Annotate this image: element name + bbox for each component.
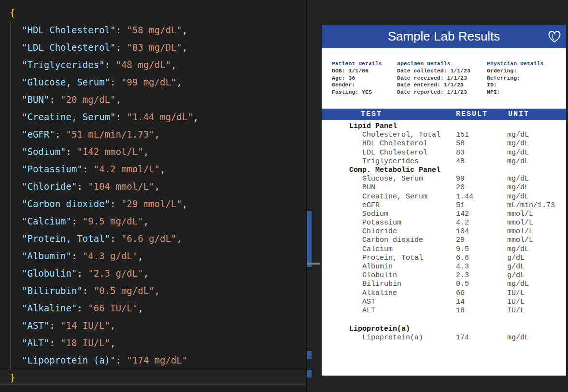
lab-report-page: Sample Lab Results Patient DetailsDOB: 1… bbox=[322, 25, 566, 376]
test-name: Potassium bbox=[362, 219, 401, 227]
details-line: NPI: bbox=[487, 89, 543, 96]
test-row: Potassium4.2mmol/L bbox=[322, 219, 566, 227]
details-section: Patient DetailsDOB: 1/1/86Age: 36Gender:… bbox=[322, 60, 566, 106]
key-token: "Carbon dioxide" bbox=[22, 198, 110, 209]
value-token: "51 mL/min/1.73" bbox=[66, 129, 155, 140]
punct-token: , bbox=[138, 303, 143, 313]
value-token: "83 mg/DL" bbox=[127, 42, 182, 53]
test-group-heading: Lipid Panel bbox=[322, 122, 566, 131]
test-unit: g/dL bbox=[507, 263, 525, 271]
value-token: "6.6 g/dL" bbox=[121, 233, 176, 244]
test-unit: IU/L bbox=[507, 298, 525, 307]
code-line[interactable]: "Lipoprotein (a)": "174 mg/dL" bbox=[10, 351, 307, 369]
test-result: 4.3 bbox=[456, 263, 469, 271]
test-name: AST bbox=[362, 298, 375, 307]
code-line[interactable]: "BUN": "20 mg/dL", bbox=[10, 91, 307, 108]
test-result: 83 bbox=[456, 149, 465, 157]
code-line[interactable]: "HDL Cholesterol": "58 mg/dL", bbox=[10, 21, 307, 39]
punct-token: , bbox=[110, 320, 115, 331]
punct-token: , bbox=[155, 285, 160, 296]
test-unit: g/dL bbox=[507, 254, 525, 263]
code-line[interactable]: "AST": "14 IU/L", bbox=[10, 317, 307, 334]
test-unit: mg/dL bbox=[507, 175, 529, 183]
test-result: 29 bbox=[456, 236, 465, 245]
code-line[interactable]: "Alkaline": "66 IU/L", bbox=[10, 299, 307, 317]
punct-token: : bbox=[83, 285, 94, 296]
test-row: Sodium142mmol/L bbox=[322, 210, 566, 219]
group-name: Lipoprotein(a) bbox=[349, 325, 410, 334]
punct-token: , bbox=[176, 233, 182, 244]
code-line[interactable]: "Carbon dioxide": "29 mmol/L", bbox=[10, 195, 307, 212]
test-result: 2.3 bbox=[456, 271, 469, 280]
test-unit: mg/dL bbox=[507, 280, 529, 289]
column-header-unit: UNIT bbox=[508, 109, 529, 120]
test-row: Alkaline66IU/L bbox=[322, 289, 566, 298]
key-token: "Chloride" bbox=[22, 181, 77, 192]
table-gap bbox=[322, 315, 566, 325]
punct-token: , bbox=[160, 164, 165, 174]
punct-token: : bbox=[77, 268, 88, 279]
key-token: "Sodium" bbox=[22, 146, 66, 157]
code-line[interactable]: "Calcium": "9.5 mg/dL", bbox=[10, 212, 307, 230]
punct-token: : bbox=[115, 42, 127, 53]
test-result: 66 bbox=[456, 289, 465, 298]
brace-token: { bbox=[10, 7, 15, 18]
punct-token: , bbox=[155, 129, 160, 140]
details-line: Fasting: YES bbox=[332, 89, 382, 96]
test-unit: mmol/L bbox=[507, 210, 533, 219]
test-result: 174 bbox=[456, 334, 469, 342]
details-line: Age: 36 bbox=[332, 75, 382, 82]
value-token: "29 mmol/L" bbox=[121, 198, 182, 209]
code-line[interactable]: "Potassium": "4.2 mmol/L", bbox=[10, 160, 307, 178]
json-editor-pane[interactable]: {"HDL Cholesterol": "58 mg/dL","LDL Chol… bbox=[0, 0, 321, 392]
code-line[interactable]: } bbox=[10, 369, 307, 386]
code-line[interactable]: "Albumin": "4.3 g/dL", bbox=[10, 247, 307, 265]
code-line[interactable]: "Glucose, Serum": "99 mg/dL", bbox=[10, 73, 307, 91]
code-lines[interactable]: {"HDL Cholesterol": "58 mg/dL","LDL Chol… bbox=[0, 4, 307, 386]
code-line[interactable]: "eGFR": "51 mL/min/1.73", bbox=[10, 126, 307, 143]
test-name: Triglycerides bbox=[362, 157, 419, 166]
column-header-test: TEST bbox=[361, 109, 382, 120]
test-row: BUN20mg/dL bbox=[322, 183, 566, 192]
overview-ruler[interactable] bbox=[307, 0, 321, 392]
key-token: "Creatine, Serum" bbox=[22, 112, 115, 122]
code-line[interactable]: "LDL Cholesterol": "83 mg/DL", bbox=[10, 39, 307, 56]
code-line[interactable]: { bbox=[10, 4, 307, 21]
punct-token: , bbox=[182, 42, 187, 53]
test-unit: mg/dL bbox=[507, 245, 529, 254]
key-token: "LDL Cholesterol" bbox=[22, 42, 115, 53]
test-row: Lipoprotein(a)174mg/dL bbox=[322, 334, 566, 342]
value-token: "58 mg/dL" bbox=[127, 25, 182, 35]
code-line[interactable]: "Bilirubin": "0.5 mg/dL", bbox=[10, 282, 307, 299]
test-unit: IU/L bbox=[507, 289, 525, 298]
app-window: { "editor": { "language": "json", "open_… bbox=[0, 0, 568, 392]
details-heading: Patient Details bbox=[332, 60, 382, 68]
value-token: "66 IU/L" bbox=[88, 303, 138, 313]
code-line[interactable]: "Creatine, Serum": "1.44 mg/dL", bbox=[10, 108, 307, 126]
details-heading: Physician Details bbox=[487, 60, 543, 68]
test-result: 4.2 bbox=[456, 219, 469, 227]
value-token: "14 IU/L" bbox=[60, 320, 110, 331]
code-line[interactable]: "Sodium": "142 mmol/L", bbox=[10, 143, 307, 160]
code-line[interactable]: "Protein, Total": "6.6 g/dL", bbox=[10, 230, 307, 247]
punct-token: : bbox=[77, 181, 88, 192]
results-rows: Lipid PanelCholesterol, Total151mg/dLHDL… bbox=[322, 122, 566, 343]
test-group-heading: Comp. Metabolic Panel bbox=[322, 166, 566, 175]
pdf-preview-pane[interactable]: Sample Lab Results Patient DetailsDOB: 1… bbox=[321, 0, 568, 392]
punct-token: , bbox=[155, 181, 160, 192]
code-line[interactable]: "ALT": "18 IU/L", bbox=[10, 334, 307, 351]
test-group-heading: Lipoprotein(a) bbox=[322, 325, 566, 334]
test-name: Glucose, Serum bbox=[362, 175, 423, 183]
heart-logo-icon bbox=[546, 28, 563, 45]
code-line[interactable]: "Globulin": "2.3 g/dL", bbox=[10, 265, 307, 282]
details-column: Patient DetailsDOB: 1/1/86Age: 36Gender:… bbox=[332, 60, 382, 96]
test-name: Cholesterol, Total bbox=[362, 131, 440, 140]
punct-token: , bbox=[143, 268, 149, 279]
details-line: ID: bbox=[487, 82, 543, 89]
code-line[interactable]: "Triglycerides": "48 mg/dL", bbox=[10, 56, 307, 73]
test-unit: mmol/L bbox=[507, 236, 533, 245]
test-row: Albumin4.3g/dL bbox=[322, 263, 566, 271]
test-unit: mmol/L bbox=[507, 219, 533, 227]
test-name: BUN bbox=[362, 183, 375, 192]
code-line[interactable]: "Chloride": "104 mmol/L", bbox=[10, 178, 307, 195]
